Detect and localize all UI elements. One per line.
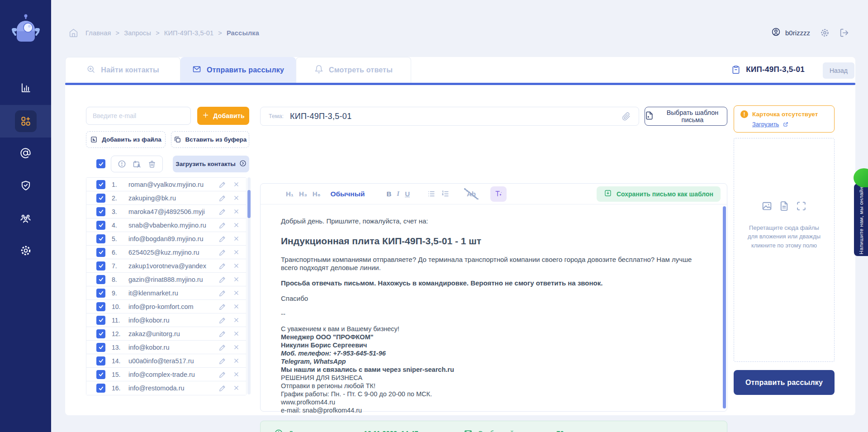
bold-button[interactable]: B (384, 188, 394, 199)
sidebar-item-settings[interactable] (0, 235, 51, 268)
heading6-button[interactable]: H₆ (310, 188, 323, 199)
remove-email-icon[interactable] (233, 290, 240, 297)
remove-email-icon[interactable] (233, 317, 240, 324)
choose-template-button[interactable]: Выбрать шаблон письма (645, 107, 727, 126)
subject-value[interactable]: КИП-49П-3,5-01 (290, 112, 622, 121)
remove-email-icon[interactable] (233, 303, 240, 310)
clear-format-button[interactable]: Ab (464, 188, 479, 199)
remove-email-icon[interactable] (233, 276, 240, 283)
editor-body[interactable]: Добрый день. Пришлите, пожалуйста, счет … (281, 217, 706, 415)
text-magic-icon[interactable] (490, 186, 507, 202)
trash-icon[interactable] (148, 160, 156, 168)
email-checkbox[interactable] (96, 316, 105, 325)
upload-card-link[interactable]: Загрузить (752, 121, 779, 128)
scrollbar-thumb[interactable] (247, 190, 251, 218)
edit-email-icon[interactable] (219, 371, 226, 378)
edit-email-icon[interactable] (219, 222, 226, 229)
remove-email-icon[interactable] (233, 235, 240, 242)
load-contacts-button[interactable]: Загрузить контакты (173, 156, 249, 172)
edit-email-icon[interactable] (219, 303, 226, 310)
email-checkbox[interactable] (96, 275, 105, 284)
robot-logo-icon[interactable] (11, 12, 41, 46)
breadcrumb-item[interactable]: КИП-49П-3,5-01 (164, 29, 213, 37)
email-checkbox[interactable] (96, 248, 105, 257)
sidebar-item-stats[interactable] (0, 72, 51, 105)
edit-email-icon[interactable] (219, 181, 226, 188)
email-checkbox[interactable] (96, 234, 105, 243)
edit-email-icon[interactable] (219, 235, 226, 242)
edit-email-icon[interactable] (219, 208, 226, 215)
edit-email-icon[interactable] (219, 357, 226, 365)
remove-email-icon[interactable] (233, 385, 240, 392)
tab-find-contacts[interactable]: Найти контакты (65, 57, 180, 83)
edit-email-icon[interactable] (219, 344, 226, 351)
send-campaign-button[interactable]: Отправить рассылку (734, 370, 835, 395)
breadcrumb-item[interactable]: Запросы (124, 29, 151, 37)
remove-email-icon[interactable] (233, 357, 240, 365)
tab-send-campaign[interactable]: Отправить рассылку (180, 57, 296, 83)
email-checkbox[interactable] (96, 221, 105, 230)
remove-email-icon[interactable] (233, 208, 240, 215)
home-icon[interactable] (69, 28, 78, 38)
email-checkbox[interactable] (96, 289, 105, 298)
email-checkbox[interactable] (96, 370, 105, 379)
email-checkbox[interactable] (96, 384, 105, 393)
export-contacts-icon[interactable] (133, 160, 142, 169)
normal-style-button[interactable]: Обычный (327, 188, 367, 200)
select-all-checkbox[interactable] (96, 159, 105, 168)
tab-view-replies[interactable]: Смотреть ответы (296, 57, 411, 83)
heading1-button[interactable]: H₁ (283, 188, 296, 199)
remove-email-icon[interactable] (233, 330, 240, 337)
email-checkbox[interactable] (96, 261, 105, 271)
bullet-list-icon[interactable] (424, 188, 438, 200)
email-input[interactable] (86, 107, 191, 125)
edit-email-icon[interactable] (219, 317, 226, 324)
edit-email-icon[interactable] (219, 290, 226, 297)
save-as-template-button[interactable]: Сохранить письмо как шаблон (597, 186, 721, 202)
back-button[interactable]: Назад (823, 62, 854, 79)
paperclip-icon[interactable] (622, 112, 631, 121)
edit-email-icon[interactable] (219, 276, 226, 283)
email-list-scrollbar[interactable] (247, 177, 251, 394)
sidebar-item-team[interactable] (0, 203, 51, 235)
info-alert-icon[interactable] (118, 160, 126, 168)
settings-gear-icon[interactable] (820, 28, 830, 38)
sidebar-item-mail[interactable] (0, 138, 51, 170)
edit-email-icon[interactable] (219, 249, 226, 256)
email-checkbox[interactable] (96, 329, 105, 338)
edit-email-icon[interactable] (219, 330, 226, 337)
email-checkbox[interactable] (96, 207, 105, 216)
editor-scrollbar[interactable] (723, 206, 726, 408)
chat-ribbon[interactable]: Напишите нам, мы онлайн! (854, 184, 868, 256)
sidebar-item-contacts[interactable] (0, 105, 51, 138)
email-checkbox[interactable] (96, 180, 105, 189)
remove-email-icon[interactable] (233, 371, 240, 378)
remove-email-icon[interactable] (233, 195, 240, 202)
remove-email-icon[interactable] (233, 181, 240, 188)
email-checkbox[interactable] (96, 343, 105, 352)
subject-field[interactable]: Тема: КИП-49П-3,5-01 (260, 107, 639, 126)
remove-email-icon[interactable] (233, 262, 240, 270)
remove-email-icon[interactable] (233, 344, 240, 351)
italic-button[interactable]: I (394, 188, 402, 199)
add-email-button[interactable]: Добавить (197, 107, 249, 125)
edit-email-icon[interactable] (219, 385, 226, 392)
add-from-file-button[interactable]: Добавить из файла (86, 131, 166, 148)
edit-email-icon[interactable] (219, 195, 226, 202)
edit-email-icon[interactable] (219, 262, 226, 270)
breadcrumb-item[interactable]: Рассылка (227, 29, 259, 37)
remove-email-icon[interactable] (233, 249, 240, 256)
heading3-button[interactable]: H₃ (296, 188, 310, 199)
underline-button[interactable]: U (402, 188, 413, 199)
remove-email-icon[interactable] (233, 222, 240, 229)
file-dropzone[interactable]: Перетащите сюда файлы для вложения или д… (734, 138, 835, 362)
email-checkbox[interactable] (96, 194, 105, 203)
sidebar-item-security[interactable] (0, 170, 51, 203)
ordered-list-icon[interactable] (438, 188, 452, 200)
paste-from-buffer-button[interactable]: Вставить из буфера (171, 131, 249, 148)
email-checkbox[interactable] (96, 302, 105, 311)
email-checkbox[interactable] (96, 356, 105, 366)
user-menu[interactable]: b0rizzzz (771, 27, 810, 38)
breadcrumb-item[interactable]: Главная (85, 29, 111, 37)
logout-icon[interactable] (840, 28, 849, 38)
